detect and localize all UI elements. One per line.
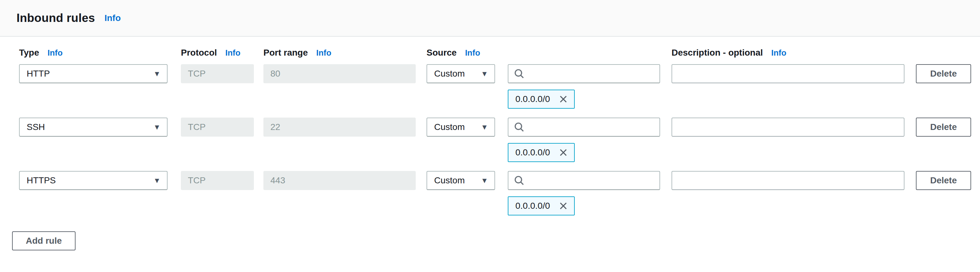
- inbound-rule-row-https: HTTPS ▼ TCP 443 Custom ▼: [0, 171, 980, 216]
- page-title: Inbound rules: [16, 11, 95, 25]
- description-column-label: Description - optional: [671, 48, 763, 58]
- inbound-rules-editor: Type Info Protocol Info Port range Info …: [0, 37, 980, 250]
- port-range-column-label: Port range: [263, 48, 308, 58]
- protocol-column-header: Protocol Info: [181, 48, 254, 58]
- search-icon: [514, 122, 525, 133]
- type-select[interactable]: HTTPS ▼: [19, 171, 167, 190]
- source-column-label: Source: [426, 48, 457, 58]
- search-icon: [514, 68, 525, 80]
- caret-down-icon: ▼: [153, 70, 161, 78]
- port-range-column-header: Port range Info: [263, 48, 416, 58]
- source-cidr-value: 0.0.0.0/0: [515, 201, 550, 211]
- caret-down-icon: ▼: [153, 123, 161, 131]
- inbound-rule-row-ssh: SSH ▼ TCP 22 Custom ▼: [0, 118, 980, 162]
- type-select-value: HTTPS: [27, 175, 56, 186]
- port-range-info-link[interactable]: Info: [316, 48, 331, 58]
- type-select-value: SSH: [27, 122, 45, 132]
- source-search-input[interactable]: [508, 64, 660, 83]
- type-select-value: HTTP: [27, 69, 50, 79]
- protocol-field: TCP: [181, 64, 254, 83]
- description-input[interactable]: [671, 118, 904, 137]
- type-info-link[interactable]: Info: [48, 48, 63, 58]
- delete-rule-button[interactable]: Delete: [916, 118, 971, 137]
- caret-down-icon: ▼: [481, 70, 488, 78]
- source-search-input[interactable]: [508, 118, 660, 137]
- description-info-link[interactable]: Info: [771, 48, 786, 58]
- delete-rule-button[interactable]: Delete: [916, 171, 971, 190]
- protocol-info-link[interactable]: Info: [225, 48, 240, 58]
- source-column-header: Source Info: [426, 48, 495, 58]
- caret-down-icon: ▼: [481, 123, 488, 131]
- inbound-rule-row-http: HTTP ▼ TCP 80 Custom ▼: [0, 64, 980, 109]
- source-type-select[interactable]: Custom ▼: [426, 64, 495, 83]
- source-info-link[interactable]: Info: [465, 48, 480, 58]
- dismiss-token-icon[interactable]: [558, 201, 568, 211]
- source-type-select-value: Custom: [434, 69, 465, 79]
- description-input[interactable]: [671, 64, 904, 83]
- type-select[interactable]: HTTP ▼: [19, 64, 167, 83]
- source-search-input[interactable]: [508, 171, 660, 190]
- search-icon: [514, 175, 525, 186]
- source-cidr-value: 0.0.0.0/0: [515, 94, 550, 104]
- type-select[interactable]: SSH ▼: [19, 118, 167, 137]
- type-column-header: Type Info: [19, 48, 167, 58]
- column-headers: Type Info Protocol Info Port range Info …: [0, 48, 980, 58]
- source-type-select[interactable]: Custom ▼: [426, 118, 495, 137]
- source-cidr-value: 0.0.0.0/0: [515, 147, 550, 158]
- source-cidr-token: 0.0.0.0/0: [508, 90, 575, 109]
- protocol-field: TCP: [181, 171, 254, 190]
- description-input[interactable]: [671, 171, 904, 190]
- inbound-rules-header: Inbound rules Info: [0, 0, 980, 37]
- source-type-select-value: Custom: [434, 122, 465, 132]
- dismiss-token-icon[interactable]: [558, 147, 568, 158]
- caret-down-icon: ▼: [153, 177, 161, 184]
- port-range-field: 443: [263, 171, 416, 190]
- port-range-field: 80: [263, 64, 416, 83]
- source-cidr-token: 0.0.0.0/0: [508, 143, 575, 162]
- add-rule-button[interactable]: Add rule: [12, 231, 76, 250]
- protocol-field: TCP: [181, 118, 254, 137]
- port-range-field: 22: [263, 118, 416, 137]
- type-column-label: Type: [19, 48, 39, 58]
- delete-rule-button[interactable]: Delete: [916, 64, 971, 83]
- source-cidr-token: 0.0.0.0/0: [508, 196, 575, 216]
- inbound-rules-info-link[interactable]: Info: [104, 13, 121, 23]
- source-type-select-value: Custom: [434, 175, 465, 186]
- description-column-header: Description - optional Info: [671, 48, 904, 58]
- dismiss-token-icon[interactable]: [558, 94, 568, 104]
- protocol-column-label: Protocol: [181, 48, 217, 58]
- source-type-select[interactable]: Custom ▼: [426, 171, 495, 190]
- caret-down-icon: ▼: [481, 177, 488, 184]
